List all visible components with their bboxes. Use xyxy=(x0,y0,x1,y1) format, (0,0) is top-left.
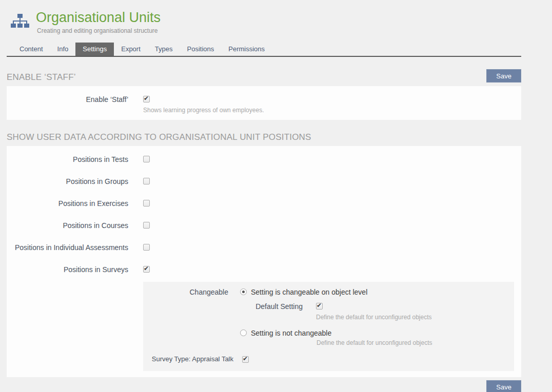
positions-individual-assessments-checkbox[interactable] xyxy=(143,244,150,251)
not-changeable-radio-label: Setting is not changeable xyxy=(251,328,331,338)
section-positions: SHOW USER DATA ACCORDING TO ORGANISATION… xyxy=(7,132,521,377)
default-setting-row: Default Setting Define the default for u… xyxy=(240,301,432,321)
not-changeable-byline: Define the default for unconfigured obje… xyxy=(317,339,432,346)
positions-exercises-label: Positions in Exercises xyxy=(7,198,128,209)
positions-exercises-checkbox[interactable] xyxy=(143,200,150,207)
tab-bar: Content Info Settings Export Types Posit… xyxy=(7,43,521,57)
survey-type-checkbox[interactable] xyxy=(242,356,249,363)
form-row-positions-courses: Positions in Courses xyxy=(7,220,521,231)
section-title-positions: SHOW USER DATA ACCORDING TO ORGANISATION… xyxy=(7,132,311,142)
positions-groups-label: Positions in Groups xyxy=(7,176,128,187)
positions-tests-label: Positions in Tests xyxy=(7,154,128,164)
default-setting-label: Default Setting xyxy=(240,301,303,312)
default-setting-checkbox[interactable] xyxy=(316,303,323,310)
positions-courses-checkbox[interactable] xyxy=(143,222,150,229)
not-changeable-radio[interactable] xyxy=(240,329,247,336)
positions-surveys-checkbox[interactable] xyxy=(143,266,150,273)
enable-staff-label: Enable ‘Staff’ xyxy=(7,94,128,105)
option-not-changeable: Setting is not changeable Define the def… xyxy=(240,328,432,346)
tab-permissions[interactable]: Permissions xyxy=(221,43,272,56)
page: Organisational Units Creating and editin… xyxy=(7,0,521,392)
surveys-subpanel: Changeable Setting is changeable on obje… xyxy=(143,282,514,371)
changeable-option-group: Setting is changeable on object level De… xyxy=(240,287,432,346)
section-title-enable-staff: ENABLE ‘STAFF’ xyxy=(7,72,76,82)
positions-groups-checkbox[interactable] xyxy=(143,178,150,184)
form-row-positions-individual-assessments: Positions in Individual Assessments xyxy=(7,242,521,253)
tab-types[interactable]: Types xyxy=(148,43,180,56)
changeable-radio-label: Setting is changeable on object level xyxy=(251,287,367,297)
tab-info[interactable]: Info xyxy=(50,43,76,56)
tab-settings[interactable]: Settings xyxy=(75,43,114,56)
page-title: Organisational Units xyxy=(36,9,161,26)
form-row-enable-staff: Enable ‘Staff’ Shows learning progress o… xyxy=(7,94,521,114)
changeable-row: Changeable Setting is changeable on obje… xyxy=(143,287,514,346)
enable-staff-panel: Enable ‘Staff’ Shows learning progress o… xyxy=(7,86,521,120)
section-enable-staff: ENABLE ‘STAFF’ Save Enable ‘Staff’ Shows… xyxy=(7,69,521,120)
tab-positions[interactable]: Positions xyxy=(180,43,221,56)
changeable-radio[interactable] xyxy=(240,288,247,295)
survey-type-row: Survey Type: Appraisal Talk xyxy=(143,355,514,364)
positions-tests-checkbox[interactable] xyxy=(143,156,150,162)
enable-staff-byline: Shows learning progress of own employees… xyxy=(143,107,264,114)
app-header: Organisational Units Creating and editin… xyxy=(7,0,521,34)
section-head-enable-staff: ENABLE ‘STAFF’ Save xyxy=(7,69,521,82)
positions-courses-label: Positions in Courses xyxy=(7,220,128,231)
tab-content[interactable]: Content xyxy=(12,43,50,56)
page-subtitle: Creating and editing organisational stru… xyxy=(36,27,161,34)
form-row-positions-surveys: Positions in Surveys xyxy=(7,264,521,275)
default-setting-control: Define the default for unconfigured obje… xyxy=(316,301,431,321)
section-head-positions: SHOW USER DATA ACCORDING TO ORGANISATION… xyxy=(7,132,521,142)
org-chart-icon xyxy=(10,13,30,31)
form-row-positions-exercises: Positions in Exercises xyxy=(7,198,521,209)
form-row-positions-tests: Positions in Tests xyxy=(7,154,521,164)
tab-export[interactable]: Export xyxy=(114,43,148,56)
enable-staff-checkbox[interactable] xyxy=(143,96,150,102)
changeable-label: Changeable xyxy=(143,287,228,297)
option-changeable: Setting is changeable on object level xyxy=(240,287,432,297)
survey-type-label: Survey Type: Appraisal Talk xyxy=(148,355,233,364)
positions-panel: Positions in Tests Positions in Groups P… xyxy=(7,146,521,377)
save-button-top[interactable]: Save xyxy=(486,69,521,82)
positions-surveys-label: Positions in Surveys xyxy=(7,264,128,275)
title-block: Organisational Units Creating and editin… xyxy=(36,9,161,34)
default-setting-byline: Define the default for unconfigured obje… xyxy=(316,314,431,321)
positions-individual-assessments-label: Positions in Individual Assessments xyxy=(7,242,128,253)
enable-staff-control: Shows learning progress of own employees… xyxy=(143,94,264,114)
save-button-bottom[interactable]: Save xyxy=(486,380,521,392)
form-row-positions-groups: Positions in Groups xyxy=(7,176,521,187)
bottom-bar: Save xyxy=(7,380,521,392)
